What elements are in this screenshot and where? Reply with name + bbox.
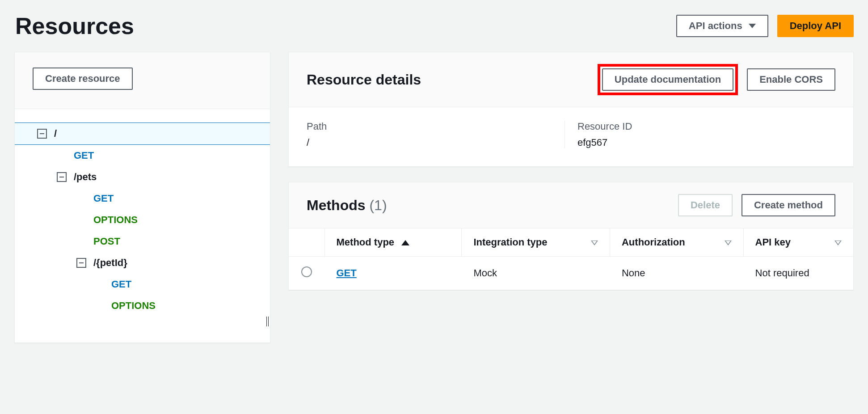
method-label: POST xyxy=(93,236,120,247)
tree-label: /{petId} xyxy=(93,257,127,269)
method-link[interactable]: GET xyxy=(337,267,357,279)
path-label: Path xyxy=(307,121,565,132)
tree-node-root[interactable]: / xyxy=(15,123,270,145)
method-label: OPTIONS xyxy=(93,214,138,226)
create-resource-label: Create resource xyxy=(45,73,120,84)
methods-panel: Methods (1) Delete Create method xyxy=(288,182,854,290)
enable-cors-label: Enable CORS xyxy=(759,74,823,85)
main-column: Resource details Update documentation En… xyxy=(288,52,854,290)
update-documentation-label: Update documentation xyxy=(615,74,721,85)
resource-details-header: Resource details Update documentation En… xyxy=(289,52,853,107)
collapse-icon[interactable] xyxy=(37,129,47,139)
path-value: / xyxy=(307,137,565,148)
tree-node-petid-get[interactable]: GET xyxy=(15,274,270,295)
methods-header: Methods (1) Delete Create method xyxy=(289,182,853,228)
chevron-down-icon xyxy=(749,24,756,28)
delete-method-button[interactable]: Delete xyxy=(678,194,733,216)
col-method-type[interactable]: Method type xyxy=(324,228,462,257)
tree-node-petid[interactable]: /{petId} xyxy=(15,252,270,274)
api-actions-label: API actions xyxy=(689,20,742,32)
tree-label: / xyxy=(54,128,57,139)
col-authorization-label: Authorization xyxy=(622,237,685,248)
row-select-cell[interactable] xyxy=(289,257,324,290)
resource-id-value: efg567 xyxy=(577,137,835,148)
delete-method-label: Delete xyxy=(691,199,720,211)
methods-table: Method type Integration type xyxy=(289,228,853,290)
tree-node-pets-post[interactable]: POST xyxy=(15,231,270,252)
radio-icon[interactable] xyxy=(301,266,312,277)
tree-node-petid-options[interactable]: OPTIONS xyxy=(15,295,270,317)
col-integration-type-label: Integration type xyxy=(473,237,547,248)
enable-cors-button[interactable]: Enable CORS xyxy=(747,68,835,91)
tree-node-pets-get[interactable]: GET xyxy=(15,188,270,209)
page-header: Resources API actions Deploy API xyxy=(14,0,854,52)
tree-node-pets-options[interactable]: OPTIONS xyxy=(15,209,270,231)
resize-handle-icon[interactable] xyxy=(266,317,270,326)
highlight-update-documentation: Update documentation xyxy=(598,64,738,95)
resource-details-panel: Resource details Update documentation En… xyxy=(288,52,854,167)
tree-node-pets[interactable]: /pets xyxy=(15,166,270,188)
sidebar-toolbar: Create resource xyxy=(15,52,270,109)
col-integration-type[interactable]: Integration type xyxy=(462,228,610,257)
methods-actions: Delete Create method xyxy=(678,194,835,216)
header-actions: API actions Deploy API xyxy=(676,15,854,37)
resource-id-cell: Resource ID efg567 xyxy=(565,121,835,148)
collapse-icon[interactable] xyxy=(57,172,67,182)
col-select xyxy=(289,228,324,257)
method-label: GET xyxy=(74,150,94,161)
col-api-key-label: API key xyxy=(755,237,791,248)
col-method-type-label: Method type xyxy=(337,237,395,248)
create-method-label: Create method xyxy=(754,199,823,211)
resource-tree-panel: Create resource / GET /pets xyxy=(14,52,270,343)
method-label: GET xyxy=(111,279,131,290)
row-authorization-cell: None xyxy=(610,257,743,290)
create-method-button[interactable]: Create method xyxy=(742,194,835,216)
api-actions-button[interactable]: API actions xyxy=(676,15,768,37)
methods-title-text: Methods xyxy=(307,197,366,213)
table-row: GET Mock None Not required xyxy=(289,257,853,290)
sort-asc-icon xyxy=(401,240,409,245)
page-title: Resources xyxy=(15,13,134,39)
methods-title: Methods (1) xyxy=(307,197,387,214)
filter-icon[interactable] xyxy=(591,241,598,246)
tree-label: /pets xyxy=(74,171,97,183)
filter-icon[interactable] xyxy=(834,241,842,246)
row-method-cell: GET xyxy=(324,257,462,290)
col-api-key[interactable]: API key xyxy=(743,228,853,257)
deploy-api-label: Deploy API xyxy=(790,20,841,32)
update-documentation-button[interactable]: Update documentation xyxy=(602,68,733,91)
create-resource-button[interactable]: Create resource xyxy=(33,68,133,90)
method-label: GET xyxy=(93,193,114,204)
resource-details-actions: Update documentation Enable CORS xyxy=(598,64,835,95)
tree-node-root-get[interactable]: GET xyxy=(15,145,270,166)
path-cell: Path / xyxy=(307,121,565,148)
methods-count: (1) xyxy=(369,197,387,213)
resource-tree: / GET /pets GET OPTIONS xyxy=(15,123,270,342)
row-apikey-cell: Not required xyxy=(743,257,853,290)
deploy-api-button[interactable]: Deploy API xyxy=(777,15,854,37)
resource-details-title: Resource details xyxy=(307,72,421,88)
resource-details-body: Path / Resource ID efg567 xyxy=(289,107,853,166)
filter-icon[interactable] xyxy=(725,241,732,246)
row-integration-cell: Mock xyxy=(462,257,610,290)
method-label: OPTIONS xyxy=(111,300,156,312)
resource-id-label: Resource ID xyxy=(577,121,835,132)
col-authorization[interactable]: Authorization xyxy=(610,228,743,257)
table-header-row: Method type Integration type xyxy=(289,228,853,257)
collapse-icon[interactable] xyxy=(76,258,86,268)
